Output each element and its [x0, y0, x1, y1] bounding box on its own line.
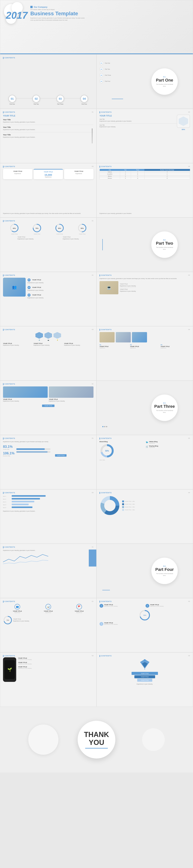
slide-05-left: CONTENTS 01 60% YOUR TITLE 75% — [0, 217, 96, 272]
hbar-5 — [12, 506, 32, 508]
svg-point-33 — [144, 659, 146, 661]
slide-13-header: CONTENTS — [3, 655, 15, 657]
slide-08-left: CONTENTS 01 YOUR TITLE Experience in you… — [0, 380, 96, 435]
phone-screen-icon: 🌱 — [7, 667, 12, 672]
thankyou-bg-circle-2 — [142, 728, 165, 751]
part-tab-1: 01 Part One — [100, 61, 111, 65]
slide-01-left-title: YOUR TITLE — [3, 115, 93, 117]
people-icon-circle: 👥 — [14, 604, 20, 610]
thankyou-slide: THANK YOU — [0, 707, 193, 773]
slide-12-right: CONTENTS 02 1 YOUR TITLE Experience in y… — [96, 598, 193, 652]
slide-12-right-num: 02 — [188, 600, 190, 602]
team-img-2 — [49, 386, 93, 398]
part-tab-num-4: 04 — [100, 79, 103, 83]
desk-images-section: 01 YOUR TITLE Experience 02 YOUR TITLE E… — [100, 332, 190, 348]
part-one-num: 01 — [163, 76, 166, 78]
button-your-title[interactable]: YOUR TITLE — [42, 405, 54, 407]
toc-header: CONTENTS — [3, 57, 15, 59]
part-three-dots — [102, 426, 107, 427]
progress-svg-4: 50% — [77, 223, 87, 233]
toc-circle-1: 01 — [8, 95, 16, 102]
template-description: Experience in your industry, generates i… — [30, 17, 87, 21]
stat-button[interactable]: YOUR TITLE — [55, 454, 67, 457]
circle-item-1: 60% YOUR TITLE — [10, 223, 19, 235]
slide-13-num: 03 — [92, 655, 93, 657]
hexagon-shape: 80% — [177, 115, 190, 130]
chart-icon-circle: 📊 — [45, 604, 51, 610]
svg-point-24 — [104, 500, 116, 511]
part-four-title: Part Four — [155, 567, 174, 572]
part-two-num: 02 — [163, 239, 166, 241]
funnel-section: YOUR TITLE YOUR TITLE YOUR TITLE Experie… — [100, 658, 190, 685]
slide-01-left-item-3: Your Title Experience in your industry, … — [3, 134, 93, 138]
slide-05-header: CONTENTS — [3, 220, 15, 222]
hexagons-section: ⚙️ 📷 💡 YOUR TITLE Experience in your ind… — [3, 332, 93, 346]
funnel-item-2: YOUR TITLE — [134, 675, 155, 678]
slide-01-left-header: CONTENTS — [3, 111, 15, 113]
thankyou-line2: YOU — [89, 739, 104, 747]
card-1: YOUR TITLE Experience — [3, 169, 32, 179]
toc-circle-4: 04 — [80, 95, 88, 102]
funnel-item-1: YOUR TITLE — [131, 672, 158, 675]
slide-13-content: 🌱 YOUR TITLE Experience in your industry… — [3, 657, 32, 704]
slide-12-right-content: 1 YOUR TITLE Experience in your industry… — [100, 604, 190, 626]
team-photo: 👥 — [3, 278, 26, 323]
toc-label-4: Part Four — [80, 103, 88, 105]
company-icon — [30, 6, 33, 8]
part-tab-text-3: Part Three — [105, 74, 111, 76]
thankyou-line1: THANK — [84, 731, 109, 739]
slide-11-content: Experience in your industry, generates i… — [3, 550, 93, 566]
slide-05-num: 01 — [92, 220, 93, 222]
slide-09-header: CONTENTS — [3, 437, 15, 439]
toc-num-1: 01 — [11, 97, 14, 100]
slide-06-left: CONTENTS 01 👥 01 YOUR TITLE Experience i… — [0, 272, 96, 326]
slide-01-left: CONTENTS 01 YOUR TITLE Your Title Experi… — [0, 109, 96, 163]
part-tab-2: 02 Part Two — [100, 67, 111, 71]
svg-text:50%: 50% — [105, 450, 109, 452]
circle-item-2: 75% YOUR TITLE — [32, 223, 42, 235]
hex-3: 💡 — [53, 332, 61, 341]
company-name: Our Company — [34, 6, 47, 8]
part-one-subtitle: The function of the functional form. — [155, 84, 174, 87]
slide-03-desc: Experience in your industry, generates i… — [3, 213, 93, 214]
slide-06-header: CONTENTS — [3, 274, 15, 276]
slide-12-left: CONTENTS 01 👥 YOUR TITLE Experience 📊 YO… — [0, 598, 96, 652]
part-one-circle: 01 Part One The function of the function… — [151, 68, 178, 95]
stat-2: 106.1% — [3, 452, 14, 455]
part-two-title: Part Two — [156, 241, 173, 246]
hex-1: ⚙️ — [35, 332, 43, 341]
hex-desc-2: YOUR TITLE Experience in your industry. — [34, 343, 63, 346]
part-tab-text-2: Part Two — [105, 68, 110, 70]
slide-04-desc: Experience in your industry, generates i… — [100, 213, 190, 214]
line-chart-svg — [3, 553, 48, 566]
slide-06-items: 01 YOUR TITLE Experience in your industr… — [28, 278, 93, 299]
phone-mockup: 🌱 — [3, 657, 16, 682]
slide-03-cards: YOUR TITLE Experience YOUR TITLE 15,000 … — [3, 169, 93, 179]
funnel-svg — [139, 658, 150, 670]
toc-label-2: Part Two — [32, 103, 40, 105]
pie-chart — [100, 495, 120, 516]
slide-10-left: CONTENTS 03 Item 1 Item 2 Item 3 Item 4 — [0, 489, 96, 544]
card-3: YOUR TITLE Experience — [64, 169, 93, 179]
part-tabs: 01 Part One 02 Part Two 03 Part Three 04… — [100, 61, 111, 85]
title-bottom-bar — [0, 54, 193, 54]
card-2: YOUR TITLE 15,000 Experience — [34, 169, 63, 179]
title-year: 2017 — [6, 10, 28, 21]
slide-13-right: CONTENTS 04 YOUR TITLE YOUR TITLE YOUR T… — [96, 652, 193, 707]
blue-bar-decoration — [89, 550, 96, 566]
bars-section: Item 1 Item 2 Item 3 Item 4 Item 5 — [3, 495, 93, 512]
item-chart: 📊 YOUR TITLE Experience — [44, 604, 53, 613]
part-tab-num-3: 03 — [100, 73, 103, 77]
slide-12-content: 👥 YOUR TITLE Experience 📊 YOUR TITLE Exp… — [3, 604, 93, 626]
toc-item-4: 04 Part Four — [80, 95, 88, 105]
pie-legend: YOUR TITLE - 25% YOUR TITLE - 35% YOUR T… — [122, 500, 190, 511]
slide-11-num: 01 — [92, 546, 93, 548]
slide-13-right-header: CONTENTS — [100, 655, 112, 657]
slide-08-num: 01 — [92, 383, 93, 385]
desk-img-1 — [100, 332, 115, 342]
part-tab-text-4: Part Four — [105, 81, 110, 82]
slide-04-right: CONTENTS 04 One Two Three Number Count A… — [96, 163, 193, 217]
thankyou-main-circle: THANK YOU — [78, 721, 115, 758]
slide-06-right: CONTENTS 02 Experience in your industry,… — [96, 272, 193, 326]
part-three-slide: 03 Part Three The function of the functi… — [96, 380, 193, 435]
